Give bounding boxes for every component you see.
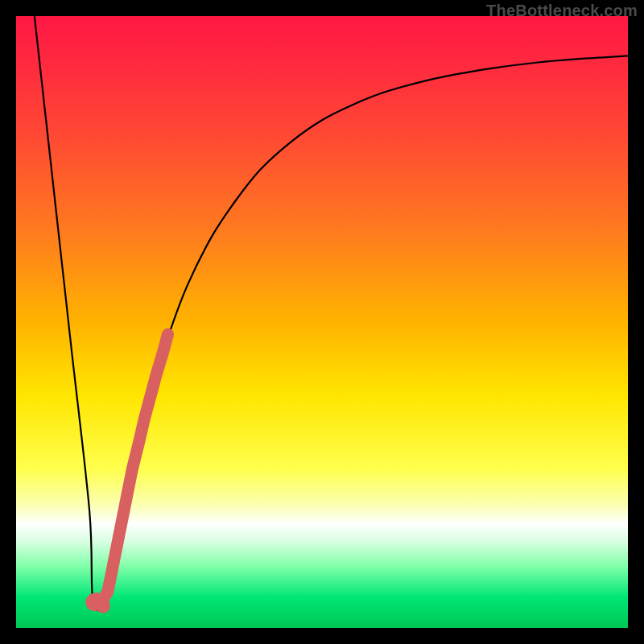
chart-frame: TheBottleneck.com [0, 0, 644, 644]
gradient-background [16, 16, 628, 628]
chart-canvas [16, 16, 628, 628]
plot-area [16, 16, 628, 628]
marker-end-blob-2 [96, 599, 110, 613]
watermark-text: TheBottleneck.com [486, 2, 638, 20]
